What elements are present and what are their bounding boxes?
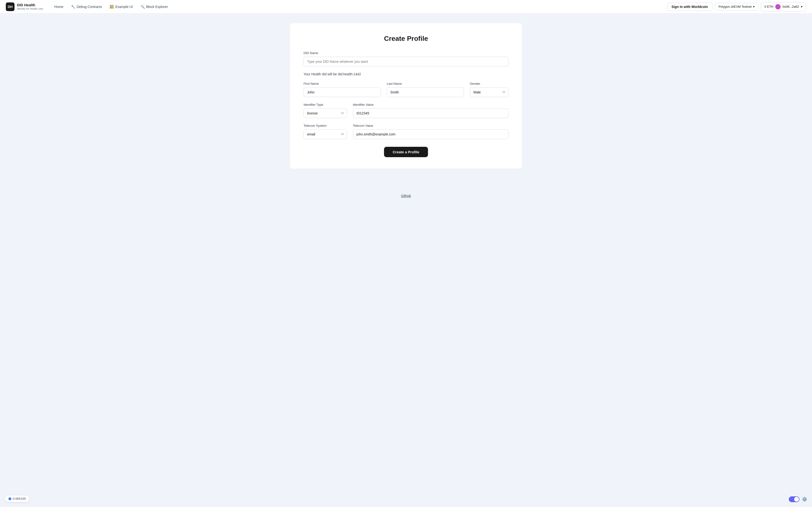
settings-icon[interactable]: ⚙️ [802, 497, 807, 502]
telecom-value-label: Telecom Value [353, 124, 508, 127]
first-name-label: First Name [304, 82, 381, 86]
health-did-preview: Your Health did will be did:health:1442 [304, 72, 508, 76]
telecom-system-group: Telecom System email phone fax [304, 124, 347, 139]
wallet-chevron-icon: ▾ [801, 5, 803, 8]
create-profile-card: Create Profile DID Name Your Health did … [290, 23, 522, 169]
home-label: Home [54, 5, 63, 9]
footer: Github [0, 188, 812, 204]
name-gender-row: First Name Last Name Gender Male Female … [304, 82, 508, 97]
create-profile-button[interactable]: Create a Profile [384, 147, 428, 157]
brand-text: DID Health Identity for health care [17, 3, 43, 10]
gas-dot-icon [8, 497, 11, 500]
wallet-button[interactable]: 0 ETH 0x06...2a62 ▾ [761, 2, 806, 11]
gas-price-value: 0.565155 [13, 497, 26, 501]
identifier-type-label: Identifier Type [304, 103, 347, 107]
identifier-type-select[interactable]: license passport ssn [304, 108, 347, 118]
identifier-value-input[interactable] [353, 108, 508, 118]
example-icon: 🖼️ [110, 5, 114, 9]
gender-label: Gender [470, 82, 508, 86]
bottom-right-controls: ⚙️ [789, 496, 807, 502]
sign-in-worldcoin-button[interactable]: Sign In with Worldcoin [667, 3, 713, 11]
did-name-input[interactable] [304, 57, 508, 66]
telecom-value-input[interactable] [353, 129, 508, 139]
last-name-group: Last Name [387, 82, 464, 97]
navbar-right: Sign In with Worldcoin Polygon zkEVM Tes… [667, 2, 806, 11]
telecom-system-label: Telecom System [304, 124, 347, 127]
gender-group: Gender Male Female Other [470, 82, 508, 97]
brand-title: DID Health [17, 3, 43, 7]
wallet-address: 0x06...2a62 [782, 5, 799, 8]
identifier-row: Identifier Type license passport ssn Ide… [304, 103, 508, 118]
last-name-label: Last Name [387, 82, 464, 86]
identifier-type-group: Identifier Type license passport ssn [304, 103, 347, 118]
nav-link-debug-contracts[interactable]: 🔧 Debug Contracts [68, 3, 105, 10]
brand-logo[interactable]: DH DID Health Identity for health care [6, 2, 43, 11]
telecom-value-group: Telecom Value [353, 124, 508, 139]
debug-icon: 🔧 [71, 5, 75, 9]
network-chevron-icon: ▾ [753, 5, 755, 8]
main-content: Create Profile DID Name Your Health did … [0, 13, 812, 188]
explorer-icon: 🔍 [141, 5, 145, 9]
avatar [775, 4, 780, 9]
debug-label: Debug Contracts [77, 5, 102, 9]
theme-toggle[interactable] [789, 496, 800, 502]
nav-link-home[interactable]: Home [51, 3, 67, 10]
did-name-group: DID Name [304, 51, 508, 66]
nav-links: Home 🔧 Debug Contracts 🖼️ Example UI 🔍 B… [51, 3, 667, 10]
telecom-system-select[interactable]: email phone fax [304, 129, 347, 139]
nav-link-block-explorer[interactable]: 🔍 Block Explorer [137, 3, 171, 10]
identifier-value-group: Identifier Value [353, 103, 508, 118]
did-name-label: DID Name [304, 51, 508, 55]
brand-icon: DH [6, 2, 14, 11]
example-label: Example UI [115, 5, 133, 9]
eth-amount: 0 ETH [764, 5, 773, 8]
identifier-value-label: Identifier Value [353, 103, 508, 107]
brand-subtitle: Identity for health care [17, 7, 43, 10]
explorer-label: Block Explorer [146, 5, 168, 9]
network-label: Polygon zkEVM Testnet [718, 5, 752, 8]
gender-select[interactable]: Male Female Other [470, 88, 508, 97]
network-selector-button[interactable]: Polygon zkEVM Testnet ▾ [715, 3, 758, 10]
last-name-input[interactable] [387, 88, 464, 97]
gas-price-badge: 0.565155 [5, 495, 30, 502]
first-name-group: First Name [304, 82, 381, 97]
nav-link-example-ui[interactable]: 🖼️ Example UI [106, 3, 136, 10]
navbar: DH DID Health Identity for health care H… [0, 0, 812, 13]
github-link[interactable]: Github [401, 194, 411, 198]
telecom-row: Telecom System email phone fax Telecom V… [304, 124, 508, 139]
page-title: Create Profile [304, 35, 508, 43]
first-name-input[interactable] [304, 88, 381, 97]
